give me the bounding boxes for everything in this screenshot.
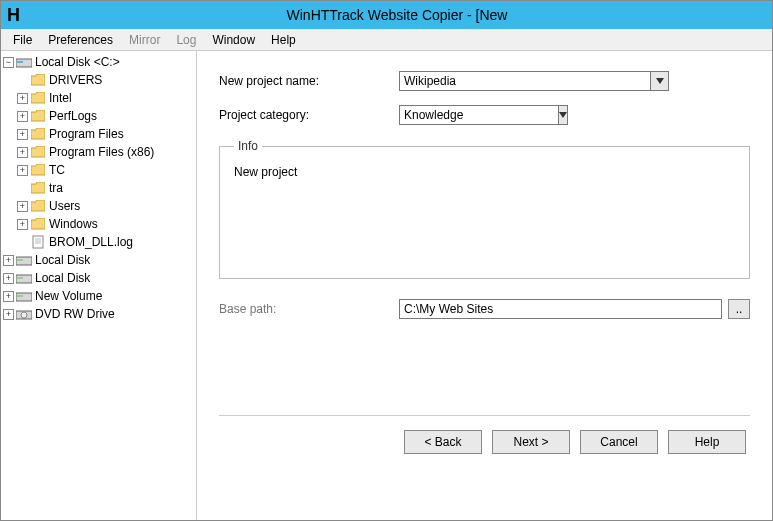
tree-label: Local Disk <C:> [35,55,120,69]
expand-icon[interactable]: + [17,147,28,158]
expand-icon[interactable]: + [17,129,28,140]
folder-icon [30,72,46,88]
expand-icon[interactable]: + [3,291,14,302]
tree-label: DRIVERS [49,73,102,87]
category-dropdown-button[interactable] [559,105,568,125]
expand-icon[interactable]: + [3,273,14,284]
menubar: File Preferences Mirror Log Window Help [1,29,772,51]
cancel-button[interactable]: Cancel [580,430,658,454]
tree-label: Local Disk [35,253,90,267]
info-text: New project [234,165,739,179]
drive-icon [16,270,32,286]
project-name-input[interactable] [399,71,651,91]
tree-label: Program Files (x86) [49,145,154,159]
menu-mirror[interactable]: Mirror [121,31,168,49]
tree-label: tra [49,181,63,195]
tree-node-file[interactable]: BROM_DLL.log [1,233,196,251]
tree-label: Local Disk [35,271,90,285]
tree-label: BROM_DLL.log [49,235,133,249]
tree-node-folder[interactable]: tra [1,179,196,197]
info-fieldset: Info New project [219,139,750,279]
info-legend: Info [234,139,262,153]
svg-point-13 [21,312,27,318]
tree-node-drive[interactable]: +Local Disk [1,269,196,287]
tree-node-folder[interactable]: +Users [1,197,196,215]
tree-label: PerfLogs [49,109,97,123]
svg-rect-11 [17,295,23,297]
back-button[interactable]: < Back [404,430,482,454]
basepath-input[interactable] [399,299,722,319]
menu-help[interactable]: Help [263,31,304,49]
browse-button[interactable]: .. [728,299,750,319]
tree-node-drive[interactable]: +DVD RW Drive [1,305,196,323]
folder-icon [30,162,46,178]
expand-icon[interactable]: + [3,255,14,266]
tree-node-folder[interactable]: +Program Files (x86) [1,143,196,161]
tree-label: New Volume [35,289,102,303]
expand-icon[interactable]: + [17,111,28,122]
svg-rect-7 [17,259,23,261]
next-button[interactable]: Next > [492,430,570,454]
tree-label: Users [49,199,80,213]
chevron-down-icon [559,112,567,118]
form-pane: New project name: Project category: Info… [197,51,772,520]
tree-label: Windows [49,217,98,231]
expand-icon[interactable]: + [17,165,28,176]
expand-icon[interactable]: + [3,309,14,320]
folder-icon [30,198,46,214]
tree-node-folder[interactable]: +Intel [1,89,196,107]
expand-icon[interactable]: + [17,93,28,104]
titlebar: H WinHTTrack Website Copier - [New [1,1,772,29]
category-label: Project category: [219,108,399,122]
collapse-icon[interactable]: − [3,57,14,68]
folder-icon [30,180,46,196]
drive-icon [16,306,32,322]
tree-node-drive[interactable]: +New Volume [1,287,196,305]
svg-rect-2 [33,236,43,248]
tree-label: Program Files [49,127,124,141]
window-title: WinHTTrack Website Copier - [New [28,7,766,23]
folder-icon [30,126,46,142]
basepath-label: Base path: [219,302,399,316]
tree-label: Intel [49,91,72,105]
tree-node-folder[interactable]: +TC [1,161,196,179]
tree-spacer [17,237,28,248]
wizard-buttons: < Back Next > Cancel Help [219,430,750,454]
folder-icon [30,144,46,160]
expand-icon[interactable]: + [17,201,28,212]
menu-log[interactable]: Log [168,31,204,49]
svg-rect-9 [17,277,23,279]
separator [219,415,750,416]
svg-rect-1 [17,61,23,63]
tree-label: TC [49,163,65,177]
menu-preferences[interactable]: Preferences [40,31,121,49]
project-name-dropdown-button[interactable] [651,71,669,91]
folder-icon [30,108,46,124]
file-icon [30,234,46,250]
tree-node-folder[interactable]: +Windows [1,215,196,233]
tree-node-folder[interactable]: +Program Files [1,125,196,143]
help-button[interactable]: Help [668,430,746,454]
tree-label: DVD RW Drive [35,307,115,321]
menu-file[interactable]: File [5,31,40,49]
svg-marker-14 [656,78,664,84]
tree-node-drive[interactable]: +Local Disk [1,251,196,269]
tree-pane[interactable]: − Local Disk <C:> DRIVERS+Intel+PerfLogs… [1,51,197,520]
tree-spacer [17,75,28,86]
folder-icon [30,90,46,106]
tree-spacer [17,183,28,194]
chevron-down-icon [656,78,664,84]
tree-node-root[interactable]: − Local Disk <C:> [1,53,196,71]
tree-node-folder[interactable]: DRIVERS [1,71,196,89]
app-icon: H [7,5,20,26]
tree-node-folder[interactable]: +PerfLogs [1,107,196,125]
category-input[interactable] [399,105,559,125]
drive-icon [16,54,32,70]
svg-marker-15 [559,112,567,118]
drive-icon [16,288,32,304]
drive-icon [16,252,32,268]
folder-icon [30,216,46,232]
expand-icon[interactable]: + [17,219,28,230]
project-name-label: New project name: [219,74,399,88]
menu-window[interactable]: Window [204,31,263,49]
